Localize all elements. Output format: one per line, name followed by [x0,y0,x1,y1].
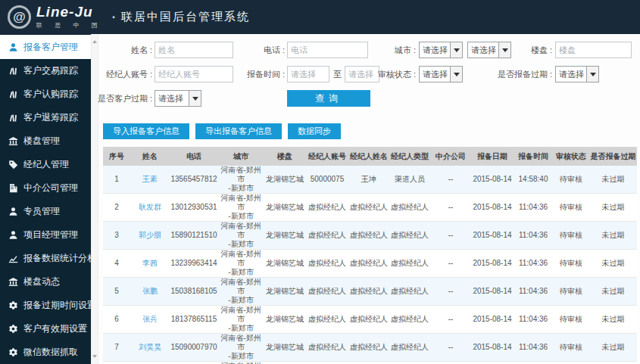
table-cell: 王坤 [348,166,389,194]
customer-name-link[interactable]: 张兵 [142,315,158,323]
export-customers-button[interactable]: 导出报备客户信息 [195,123,282,139]
agent-account-input[interactable] [155,66,233,82]
scroll-up-arrow-icon[interactable] [92,37,98,46]
table-cell: 虚拟经纪人 [348,278,389,306]
sidebar-item[interactable]: 微信数据抓取 [0,341,91,364]
sidebar-item[interactable]: 客户交易跟踪 [0,59,91,82]
sidebar-item[interactable]: 经纪人管理 [0,153,91,176]
table-cell: 虚拟经纪人 [348,222,389,250]
table-cell: 王素 [130,166,170,194]
sidebar: 报备客户管理客户交易跟踪客户认购跟踪客户退筹跟踪楼盘管理经纪人管理中介公司管理专… [0,34,91,364]
table-cell: 未过期 [589,306,637,334]
table-cell: 13283835691 [170,362,218,364]
sidebar-item-label: 报备数据统计分析 [23,252,96,265]
customer-name-link[interactable]: 耿发群 [139,203,161,211]
sidebar-item-label: 微信数据抓取 [23,346,78,359]
agent-account-label: 经纪人账号 : [106,66,152,82]
chevron-down-icon [498,42,510,58]
report-time-from-input[interactable] [287,66,329,82]
table-row: 6张兵18137865115河南省-郑州市 -新郑市龙湖锦艺城虚拟经纪人虚拟经纪… [103,306,637,334]
table-row: 7刘昊昊15090007970河南省-郑州市 -新郑市龙湖锦艺城虚拟经纪人虚拟经… [103,334,637,362]
column-header: 经纪人姓名 [348,147,389,166]
column-header: 楼盘 [264,147,306,166]
table-cell: 待审核 [553,250,589,278]
table-cell: 龙湖锦艺城 [264,250,306,278]
sidebar-item[interactable]: 专员管理 [0,200,91,223]
table-cell: 虚拟经纪人 [306,250,348,278]
table-cell: 河南省-郑州市 -新郑市 [218,222,264,250]
table-cell: 虚拟经纪人 [306,222,348,250]
sidebar-item-label: 报备客户管理 [23,41,78,54]
table-row: 8宋国军13283835691河南省-郑州市 -新郑市龙湖锦艺城虚拟经纪人虚拟经… [103,362,637,364]
table-cell: 虚拟经纪人 [389,194,430,222]
table-cell: 3 [103,222,130,250]
action-bar: 导入报备客户信息 导出报备客户信息 数据同步 [103,123,341,139]
scroll-down-arrow-icon[interactable] [92,352,98,361]
sidebar-item[interactable]: 楼盘管理 [0,129,91,153]
data-sync-button[interactable]: 数据同步 [288,123,341,139]
table-cell: 13012930531 [170,194,218,222]
name-input[interactable] [155,42,233,58]
column-header: 序号 [103,147,130,166]
table-cell: 4 [103,250,130,278]
report-expired-label: 是否报备过期 : [498,66,552,82]
table-cell: 2015-08-14 [471,222,514,250]
report-time-to-input[interactable] [345,66,379,82]
sidebar-item[interactable]: 项目经理管理 [0,223,91,247]
documents-icon [8,66,18,76]
estate-input[interactable] [555,42,632,58]
table-cell: 龙湖锦艺城 [264,194,306,222]
table-cell: 待审核 [553,166,589,194]
table-cell: 14:58:40 [514,166,553,194]
customer-expired-label: 是否客户过期 : [98,90,152,107]
audit-status-select[interactable]: 请选择 [419,66,463,82]
table-cell: 11:04:36 [514,194,553,222]
sidebar-item[interactable]: 报备数据统计分析 [0,247,91,270]
customer-name-link[interactable]: 张鹏 [142,287,158,295]
table-cell: 2015-08-14 [471,306,514,334]
main-content: 姓名 : 电话 : 城市 : 请选择 请选择 楼盘 : 经纪人账号 : 报备时间… [99,34,640,364]
customer-name-link[interactable]: 李茜 [142,259,158,267]
table-cell: 8 [103,362,130,364]
chevron-down-icon [450,67,462,82]
table-cell: -- [430,362,471,364]
report-expired-select[interactable]: 请选择 [555,66,599,82]
sidebar-item[interactable]: 报备过期时间设置 [0,294,91,317]
city-district-select[interactable]: 请选择 [467,42,511,58]
table-cell: 李茜 [130,250,170,278]
gear-icon [8,347,18,357]
column-header: 城市 [218,147,264,166]
sidebar-item[interactable]: 报备客户管理 [0,35,91,59]
table-cell: 待审核 [553,278,589,306]
table-cell: 张兵 [130,306,170,334]
table-cell: 虚拟经纪人 [389,250,430,278]
customer-expired-select[interactable]: 请选择 [155,90,201,107]
sidebar-item[interactable]: 客户有效期设置 [0,317,91,341]
sidebar-scrollbar[interactable] [91,34,98,364]
table-cell: 虚拟经纪人 [389,334,430,362]
sidebar-item[interactable]: 中介公司管理 [0,176,91,200]
brand-name: Line-Ju [36,5,103,20]
city-province-select[interactable]: 请选择 [419,42,463,58]
table-cell: 13565457812 [170,166,218,194]
table-cell: 张鹏 [130,278,170,306]
table-row: 2耿发群13012930531河南省-郑州市 -新郑市龙湖锦艺城虚拟经纪人虚拟经… [103,194,637,222]
customer-name-link[interactable]: 王素 [142,175,158,183]
table-row: 5张鹏15038168105河南省-郑州市 -新郑市龙湖锦艺城虚拟经纪人虚拟经纪… [103,278,637,306]
phone-input[interactable] [287,42,368,58]
table-row: 4李茜13239963414河南省-郑州市 -新郑市龙湖锦艺城虚拟经纪人虚拟经纪… [103,250,637,278]
search-button[interactable]: 查询 [287,90,370,107]
customer-name-link[interactable]: 刘昊昊 [139,343,161,351]
table-cell: 2015-08-14 [471,362,514,364]
documents-icon [8,113,18,123]
table-cell: 龙湖锦艺城 [264,362,306,364]
sidebar-item[interactable]: 客户退筹跟踪 [0,106,91,129]
sidebar-item[interactable]: 楼盘动态 [0,270,91,294]
table-cell: 虚拟经纪人 [306,306,348,334]
customer-name-link[interactable]: 郭少朋 [139,231,161,239]
sidebar-item[interactable]: 客户认购跟踪 [0,82,91,106]
gear-icon [8,300,18,310]
import-customers-button[interactable]: 导入报备客户信息 [103,123,189,139]
table-row: 1王素13565457812河南省-郑州市 -新郑市龙湖锦艺城50000075王… [103,166,637,194]
chevron-down-icon [189,91,201,106]
